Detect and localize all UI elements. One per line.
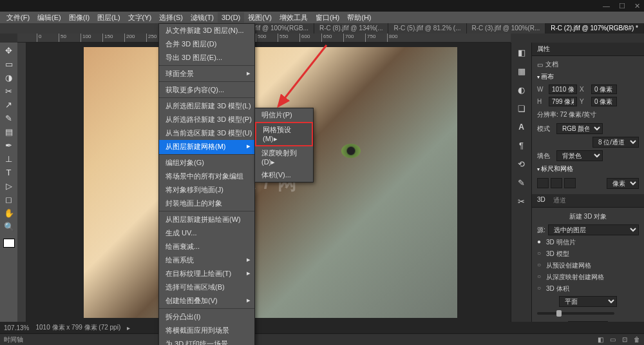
menu-item[interactable]: 获取更多内容(Q)... bbox=[159, 83, 254, 98]
width-input[interactable] bbox=[549, 84, 577, 94]
document-tab[interactable]: R-C (3).jfif @ 100%(R... bbox=[467, 23, 546, 34]
menu-item[interactable]: 绘画衰减... bbox=[159, 240, 254, 253]
3d-slider[interactable] bbox=[537, 312, 614, 315]
y-input[interactable] bbox=[591, 97, 617, 106]
swatches-icon[interactable]: ▦ bbox=[518, 66, 526, 76]
x-input[interactable] bbox=[591, 84, 617, 94]
menu-item[interactable]: 生成 UV... bbox=[159, 226, 254, 240]
channels-tab[interactable]: 通道 bbox=[553, 196, 566, 205]
submenu-item[interactable]: 网格预设(M)▸ bbox=[255, 122, 313, 146]
menu-7[interactable]: 3D(D) bbox=[218, 12, 244, 23]
fill-select[interactable]: 背景色 bbox=[556, 150, 603, 161]
menu-10[interactable]: 窗口(H) bbox=[312, 12, 343, 24]
menu-item[interactable]: 从所选路径新建 3D 模型(P) bbox=[159, 113, 254, 126]
3d-type-radio[interactable]: 从预设创建网格 bbox=[537, 260, 639, 271]
color-icon[interactable]: ◧ bbox=[518, 48, 526, 57]
menu-item[interactable]: 封装地面上的对象 bbox=[159, 197, 254, 212]
menu-item[interactable]: 从文件新建 3D 图层(N)... bbox=[159, 24, 254, 37]
menu-item[interactable]: 将场景中的所有对象编组 bbox=[159, 170, 254, 183]
menu-item[interactable]: 从图层新建拼贴绘画(W) bbox=[159, 213, 254, 226]
submenu-item[interactable]: 明信片(P) bbox=[255, 108, 313, 122]
document-tab[interactable]: R-C (5).jfif @ 81.2% (... bbox=[388, 23, 466, 34]
3d-type-radio[interactable]: 从深度映射创建网格 bbox=[537, 271, 639, 283]
collapsed-panel-strip[interactable]: ◧ ▦ ◐ ❏ A ¶ ⟲ ✎ ✂ bbox=[511, 43, 531, 322]
tool-7[interactable]: ✒ bbox=[3, 140, 15, 152]
3d-type-radio[interactable]: 3D 模型 bbox=[537, 248, 639, 260]
tool-8[interactable]: ⊥ bbox=[3, 153, 15, 165]
3d-type-radio[interactable]: 3D 明信片 bbox=[537, 237, 639, 248]
para-icon[interactable]: ¶ bbox=[519, 141, 524, 150]
tool-13[interactable]: 🔍 bbox=[3, 221, 15, 233]
menu-3[interactable]: 图层(L) bbox=[93, 12, 124, 24]
menu-item[interactable]: 在目标纹理上绘画(T)▸ bbox=[159, 267, 254, 281]
menu-item[interactable]: 为 3D 打印统一场景 bbox=[159, 337, 254, 345]
menu-item[interactable]: 从所选图层新建 3D 模型(L) bbox=[159, 99, 254, 113]
tools-panel[interactable]: ✥▭◑✂↗✎▤✒⊥T▷◻✋🔍 bbox=[0, 43, 17, 322]
color-mode-select[interactable]: RGB 颜色 bbox=[556, 123, 603, 134]
menu-8[interactable]: 视图(V) bbox=[244, 12, 276, 24]
menu-item[interactable]: 编组对象(G) bbox=[159, 156, 254, 170]
menu-0[interactable]: 文件(F) bbox=[3, 12, 33, 24]
document-tabbar[interactable]: R-C.jfif @ 100%(RGB...R-C (8).jfif @ 134… bbox=[0, 23, 644, 34]
menu-item[interactable]: 将横截面应用到场景 bbox=[159, 324, 254, 337]
timeline-label[interactable]: 时间轴 bbox=[4, 335, 23, 344]
menu-item[interactable]: 合并 3D 图层(D) bbox=[159, 37, 254, 51]
menu-item[interactable]: 球面全景▸ bbox=[159, 67, 254, 82]
char-icon[interactable]: A bbox=[518, 123, 524, 132]
tool-2[interactable]: ◑ bbox=[3, 72, 15, 84]
3d-menu-dropdown[interactable]: 从文件新建 3D 图层(N)...合并 3D 图层(D)导出 3D 图层(E).… bbox=[158, 23, 255, 345]
layers-icon[interactable]: ❏ bbox=[518, 104, 526, 113]
menu-11[interactable]: 帮助(H) bbox=[343, 12, 375, 24]
unit-select[interactable]: 像素 bbox=[607, 178, 639, 189]
bottom-icon[interactable]: ◧ bbox=[598, 336, 603, 343]
chevron-right-icon[interactable]: ▸ bbox=[127, 324, 130, 331]
menu-5[interactable]: 选择(S) bbox=[155, 12, 187, 24]
document-tab[interactable]: R-C (8).jfif @ 134%(... bbox=[314, 23, 389, 34]
menu-item[interactable]: 从当前选区新建 3D 模型(U) bbox=[159, 126, 254, 140]
bottom-icon[interactable]: ⊡ bbox=[622, 336, 627, 343]
tool-preset-icon[interactable]: ✂ bbox=[518, 197, 525, 206]
3d-type-radio[interactable]: 3D 体积 bbox=[537, 283, 639, 295]
bottom-icon[interactable]: ▭ bbox=[610, 336, 616, 343]
menu-2[interactable]: 图像(I) bbox=[65, 12, 93, 24]
tool-11[interactable]: ◻ bbox=[3, 194, 15, 206]
menubar[interactable]: 文件(F)编辑(E)图像(I)图层(L)文字(Y)选择(S)滤镜(T)3D(D)… bbox=[0, 12, 644, 23]
tool-4[interactable]: ↗ bbox=[3, 99, 15, 111]
menu-1[interactable]: 编辑(E) bbox=[33, 12, 65, 24]
grid-mode-buttons[interactable]: 像素 bbox=[537, 175, 639, 192]
minimize-icon[interactable]: — bbox=[603, 2, 610, 10]
tool-5[interactable]: ✎ bbox=[3, 113, 15, 124]
tool-3[interactable]: ✂ bbox=[3, 86, 15, 97]
tool-1[interactable]: ▭ bbox=[3, 59, 15, 70]
menu-item[interactable]: 选择可绘画区域(B) bbox=[159, 281, 254, 294]
menu-6[interactable]: 滤镜(T) bbox=[187, 12, 218, 24]
adjust-icon[interactable]: ◐ bbox=[518, 85, 525, 95]
zoom-level[interactable]: 107.13% bbox=[4, 324, 29, 331]
bottom-delete-icon[interactable]: 🗑 bbox=[634, 336, 640, 343]
menu-item[interactable]: 拆分凸出(I) bbox=[159, 310, 254, 324]
color-swatch[interactable] bbox=[3, 239, 15, 248]
mesh-from-layer-submenu[interactable]: 明信片(P)网格预设(M)▸深度映射到(D)▸体积(V)... bbox=[254, 108, 314, 182]
3d-subtype-select[interactable]: 平面 bbox=[559, 296, 617, 307]
menu-9[interactable]: 增效工具 bbox=[276, 12, 312, 24]
properties-panel[interactable]: 属性 ▭ 文档 画布 W X H Y 分辨率: 72 像素/英寸 模式 RGB … bbox=[531, 43, 644, 322]
menu-item[interactable]: 绘画系统▸ bbox=[159, 253, 254, 267]
tool-12[interactable]: ✋ bbox=[3, 208, 15, 219]
bit-depth-select[interactable]: 8 位/通道 bbox=[592, 137, 639, 148]
height-input[interactable] bbox=[549, 97, 577, 106]
submenu-item[interactable]: 深度映射到(D)▸ bbox=[255, 146, 313, 168]
submenu-item[interactable]: 体积(V)... bbox=[255, 168, 313, 182]
create-3d-button[interactable]: 创建 bbox=[568, 321, 608, 322]
brush-icon[interactable]: ✎ bbox=[518, 178, 525, 188]
properties-tab[interactable]: 属性 bbox=[532, 43, 644, 56]
menu-item[interactable]: 从图层新建网格(M)▸ bbox=[159, 140, 254, 155]
maximize-icon[interactable]: ☐ bbox=[619, 2, 625, 10]
menu-item[interactable]: 导出 3D 图层(E)... bbox=[159, 51, 254, 66]
3d-tab[interactable]: 3D bbox=[537, 196, 545, 205]
tool-6[interactable]: ▤ bbox=[3, 126, 15, 138]
guides-section-header[interactable]: 标尺和网格 bbox=[537, 163, 639, 175]
document-tab[interactable]: R-C (2).jfif @ 107%(RGB/8#) * bbox=[545, 23, 644, 34]
canvas-section-header[interactable]: 画布 bbox=[537, 70, 639, 83]
history-icon[interactable]: ⟲ bbox=[518, 159, 525, 169]
3d-source-select[interactable]: 选中的图层 bbox=[548, 224, 639, 235]
